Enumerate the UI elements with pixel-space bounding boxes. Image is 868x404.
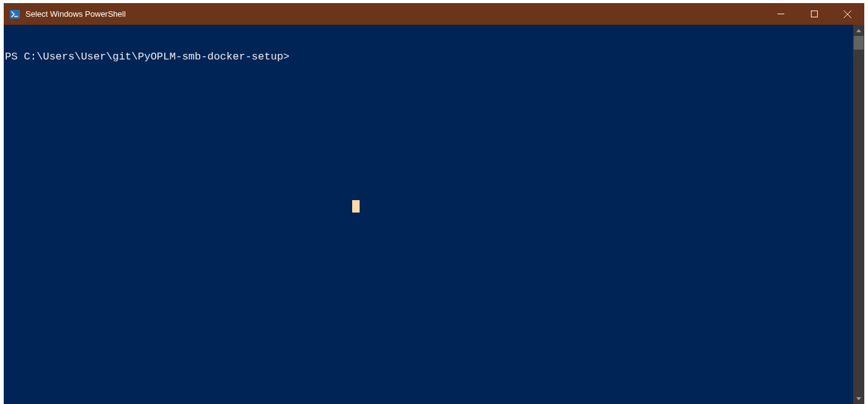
scroll-up-arrow-icon[interactable] — [853, 25, 864, 36]
maximize-button[interactable] — [797, 3, 831, 25]
window-controls — [764, 3, 864, 25]
terminal-area[interactable]: PS C:\Users\User\git\PyOPLM-smb-docker-s… — [4, 25, 853, 404]
text-cursor — [352, 200, 360, 213]
svg-rect-3 — [811, 11, 817, 17]
powershell-window: Select Windows PowerShell PS C: — [4, 3, 864, 404]
minimize-button[interactable] — [764, 3, 797, 25]
close-button[interactable] — [831, 3, 864, 25]
client-area: PS C:\Users\User\git\PyOPLM-smb-docker-s… — [4, 25, 864, 404]
titlebar[interactable]: Select Windows PowerShell — [4, 3, 864, 25]
scroll-down-arrow-icon[interactable] — [853, 393, 864, 404]
window-title: Select Windows PowerShell — [25, 3, 126, 25]
scroll-thumb[interactable] — [854, 36, 864, 50]
vertical-scrollbar[interactable] — [853, 25, 864, 404]
svg-rect-0 — [10, 10, 20, 19]
prompt-line: PS C:\Users\User\git\PyOPLM-smb-docker-s… — [5, 51, 853, 63]
powershell-icon — [9, 9, 20, 20]
